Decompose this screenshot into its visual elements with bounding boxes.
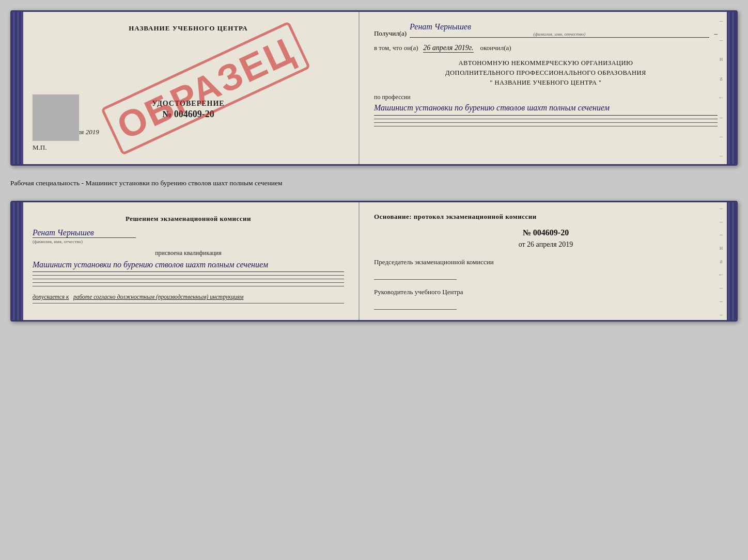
top-right-panel: Получил(а) Ренат Чернышев (фамилия, имя,… xyxy=(360,12,736,164)
predsedatel-sign-line xyxy=(374,269,457,280)
org-line1: АВТОНОМНУЮ НЕКОММЕРЧЕСКУЮ ОРГАНИЗАЦИЮ xyxy=(374,58,718,68)
side-dashes-top: – – и а ← – – – xyxy=(718,12,725,164)
b-separator-3 xyxy=(33,282,344,283)
bottom-fio: Ренат Чернышев xyxy=(33,228,136,238)
rukovoditel-block: Руководитель учебного Центра xyxy=(374,287,718,310)
top-left-panel: НАЗВАНИЕ УЧЕБНОГО ЦЕНТРА ОБРАЗЕЦ УДОСТОВ… xyxy=(12,12,360,164)
komissia-title: Решением экзаменационной комиссии xyxy=(33,215,344,223)
top-left-title: НАЗВАНИЕ УЧЕБНОГО ЦЕНТРА xyxy=(33,24,344,33)
org-block: АВТОНОМНУЮ НЕКОММЕРЧЕСКУЮ ОРГАНИЗАЦИЮ ДО… xyxy=(374,58,718,87)
separator-2 xyxy=(374,122,718,123)
osnovanie-title: Основание: протокол экзаменационной коми… xyxy=(374,213,718,221)
poluchil-prefix: Получил(а) xyxy=(374,29,407,38)
po-professii-label: по профессии xyxy=(374,93,718,101)
dopuskaetsya-row: допускается к работе согласно должностны… xyxy=(33,294,344,300)
dopuskaetsya-text: работе согласно должностным (производств… xyxy=(73,294,243,300)
separator-1 xyxy=(374,119,718,119)
org-line2: ДОПОЛНИТЕЛЬНОГО ПРОФЕССИОНАЛЬНОГО ОБРАЗО… xyxy=(374,68,718,78)
vtom-prefix: в том, что он(а) xyxy=(374,44,418,52)
bottom-left-panel: Решением экзаменационной комиссии Ренат … xyxy=(12,202,360,320)
predsedatel-block: Председатель экзаменационной комиссии xyxy=(374,257,718,280)
vydano-row: Выдано 26 апреля 2019 xyxy=(33,128,344,136)
fio-hint-top: (фамилия, имя, отчество) xyxy=(410,31,709,37)
udostoverenie-number: № 004609-20 xyxy=(33,109,344,120)
vtom-date: 26 апреля 2019г. xyxy=(423,44,473,53)
b-separator-4 xyxy=(33,286,344,286)
bottom-right-panel: Основание: протокол экзаменационной коми… xyxy=(360,202,736,320)
predsedatel-label: Председатель экзаменационной комиссии xyxy=(374,258,494,266)
poluchil-row: Получил(а) Ренат Чернышев (фамилия, имя,… xyxy=(374,22,718,38)
udostoverenie-label: УДОСТОВЕРЕНИЕ xyxy=(33,100,344,108)
profession-text-top: Машинист установки по бурению стволов ша… xyxy=(374,102,718,115)
page-container: НАЗВАНИЕ УЧЕБНОГО ЦЕНТРА ОБРАЗЕЦ УДОСТОВ… xyxy=(10,10,738,322)
bottom-document-card: Решением экзаменационной комиссии Ренат … xyxy=(10,201,738,322)
vtom-row: в том, что он(а) 26 апреля 2019г. окончи… xyxy=(374,44,718,52)
org-line3: " НАЗВАНИЕ УЧЕБНОГО ЦЕНТРА " xyxy=(374,78,718,88)
photo-placeholder xyxy=(33,94,79,141)
middle-label: Рабочая специальность - Машинист установ… xyxy=(10,175,738,191)
separator-3 xyxy=(374,126,718,126)
protocol-date: от 26 апреля 2019 xyxy=(374,241,718,249)
ot-prefix: от xyxy=(519,241,525,248)
top-document-card: НАЗВАНИЕ УЧЕБНОГО ЦЕНТРА ОБРАЗЕЦ УДОСТОВ… xyxy=(10,10,738,166)
side-dashes-bottom: – – – и а ← – – – xyxy=(718,202,725,320)
kvalif-text: Машинист установки по бурению стволов ша… xyxy=(33,259,344,272)
okonchil-label: окончил(а) xyxy=(480,44,511,52)
rukovoditel-label: Руководитель учебного Центра xyxy=(374,288,463,296)
b-separator-5 xyxy=(33,303,344,303)
poluchil-name: Ренат Чернышев (фамилия, имя, отчество) xyxy=(410,22,709,38)
mp-row: М.П. xyxy=(33,143,344,152)
prisvoena-label: присвоена квалификация xyxy=(33,249,344,257)
b-separator-1 xyxy=(33,275,344,276)
protocol-number: № 004609-20 xyxy=(374,228,718,237)
bottom-fio-hint: (фамилия, имя, отчество) xyxy=(33,239,344,244)
b-separator-2 xyxy=(33,279,344,279)
dopuskaetsya-prefix: допускается к xyxy=(33,294,69,300)
udostoverenie-block: УДОСТОВЕРЕНИЕ № 004609-20 xyxy=(33,100,344,120)
ot-date: 26 апреля 2019 xyxy=(527,241,573,248)
rukovoditel-sign-line xyxy=(374,299,457,310)
